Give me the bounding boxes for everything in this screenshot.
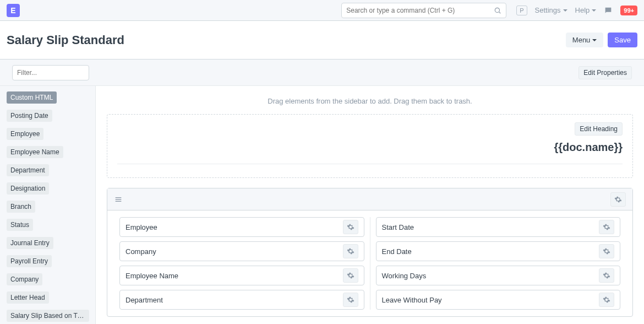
settings-menu[interactable]: Settings xyxy=(535,6,567,14)
field-row[interactable]: Department xyxy=(119,290,364,310)
search-box[interactable] xyxy=(341,3,506,18)
gear-icon xyxy=(603,296,610,304)
heading-divider xyxy=(117,164,623,164)
field-row[interactable]: Employee xyxy=(119,217,364,237)
doc-name-heading: {{doc.name}} xyxy=(117,141,623,154)
gear-icon xyxy=(614,196,622,203)
navbar-right: P Settings Help 99+ xyxy=(516,6,637,15)
sidebar-item[interactable]: Custom HTML xyxy=(7,91,57,104)
field-row[interactable]: Start Date xyxy=(376,217,621,237)
gear-icon xyxy=(347,247,354,255)
field-label: Department xyxy=(125,296,163,304)
navbar-left: E xyxy=(7,4,20,17)
svg-point-0 xyxy=(495,8,500,12)
heading-section: Edit Heading {{doc.name}} xyxy=(107,114,633,178)
heading-actions: Edit Heading xyxy=(117,122,623,136)
navbar: E P Settings Help 99+ xyxy=(0,0,644,21)
edit-heading-button[interactable]: Edit Heading xyxy=(575,122,623,136)
canvas: Drag elements from the sidebar to add. D… xyxy=(96,86,644,324)
field-label: Employee xyxy=(125,223,157,231)
page-header: Salary Slip Standard Menu Save xyxy=(0,21,644,60)
field-label: End Date xyxy=(382,247,412,256)
form-column: Start DateEnd DateWorking DaysLeave With… xyxy=(370,217,626,310)
svg-line-1 xyxy=(499,12,501,13)
page-title: Salary Slip Standard xyxy=(7,33,124,47)
sidebar-item[interactable]: Employee xyxy=(7,128,43,140)
drag-handle-icon[interactable] xyxy=(114,195,123,204)
sidebar-item[interactable]: Posting Date xyxy=(7,110,52,122)
field-settings-button[interactable] xyxy=(343,244,358,258)
field-settings-button[interactable] xyxy=(343,220,358,234)
search-input[interactable] xyxy=(346,7,494,14)
chevron-down-icon xyxy=(592,39,597,41)
gear-icon xyxy=(603,223,610,231)
sidebar-item[interactable]: Employee Name xyxy=(7,146,63,158)
logo-letter: E xyxy=(10,6,15,15)
sidebar-item[interactable]: Status xyxy=(7,219,33,231)
help-menu[interactable]: Help xyxy=(575,6,597,14)
chevron-down-icon xyxy=(563,9,567,12)
field-label: Start Date xyxy=(382,223,414,231)
filter-input[interactable] xyxy=(12,65,89,80)
page-actions: Menu Save xyxy=(566,33,637,47)
settings-label: Settings xyxy=(535,6,561,14)
app-logo[interactable]: E xyxy=(7,4,20,17)
chat-icon[interactable] xyxy=(604,6,613,15)
section-body: EmployeeCompanyEmployee NameDepartmentSt… xyxy=(107,210,632,316)
field-label: Employee Name xyxy=(125,272,178,280)
menu-button[interactable]: Menu xyxy=(566,33,604,47)
notification-badge[interactable]: 99+ xyxy=(620,6,637,15)
field-settings-button[interactable] xyxy=(343,293,358,307)
save-button[interactable]: Save xyxy=(608,33,637,47)
field-label: Working Days xyxy=(382,272,427,280)
field-label: Leave Without Pay xyxy=(382,296,442,304)
sidebar-item[interactable]: Journal Entry xyxy=(7,237,53,249)
field-row[interactable]: Company xyxy=(119,241,364,261)
edit-properties-button[interactable]: Edit Properties xyxy=(578,66,632,79)
gear-icon xyxy=(347,272,354,279)
sidebar: Custom HTMLPosting DateEmployeeEmployee … xyxy=(0,86,96,324)
form-section: EmployeeCompanyEmployee NameDepartmentSt… xyxy=(107,188,633,317)
sidebar-item[interactable]: Branch xyxy=(7,201,35,213)
sidebar-item[interactable]: Designation xyxy=(7,182,49,195)
field-row[interactable]: Employee Name xyxy=(119,266,364,285)
gear-icon xyxy=(603,272,610,279)
field-settings-button[interactable] xyxy=(599,220,614,234)
gear-icon xyxy=(347,296,354,304)
main: Custom HTMLPosting DateEmployeeEmployee … xyxy=(0,86,644,324)
search-icon xyxy=(494,7,501,14)
section-settings-button[interactable] xyxy=(610,192,626,207)
field-row[interactable]: Leave Without Pay xyxy=(376,290,621,310)
gear-icon xyxy=(603,247,610,255)
field-settings-button[interactable] xyxy=(599,268,614,283)
navbar-center xyxy=(341,3,506,18)
field-settings-button[interactable] xyxy=(599,244,614,258)
gear-icon xyxy=(347,223,354,231)
toolbar: Edit Properties xyxy=(0,60,644,86)
field-label: Company xyxy=(125,247,156,256)
canvas-hint: Drag elements from the sidebar to add. D… xyxy=(107,93,633,114)
field-settings-button[interactable] xyxy=(599,293,614,307)
chevron-down-icon xyxy=(592,9,596,12)
sidebar-item[interactable]: Company xyxy=(7,273,42,285)
keyboard-hint: P xyxy=(516,6,527,15)
sidebar-item[interactable]: Department xyxy=(7,164,49,176)
section-header xyxy=(107,188,632,210)
toolbar-right: Edit Properties xyxy=(578,66,632,79)
field-settings-button[interactable] xyxy=(343,268,358,283)
sidebar-item[interactable]: Salary Slip Based on Tim... xyxy=(7,310,89,322)
sidebar-item[interactable]: Letter Head xyxy=(7,291,49,304)
form-column: EmployeeCompanyEmployee NameDepartment xyxy=(114,217,370,310)
field-row[interactable]: End Date xyxy=(376,241,621,261)
help-label: Help xyxy=(575,6,590,14)
menu-label: Menu xyxy=(572,36,591,44)
sidebar-item[interactable]: Payroll Entry xyxy=(7,255,52,267)
field-row[interactable]: Working Days xyxy=(376,266,621,285)
